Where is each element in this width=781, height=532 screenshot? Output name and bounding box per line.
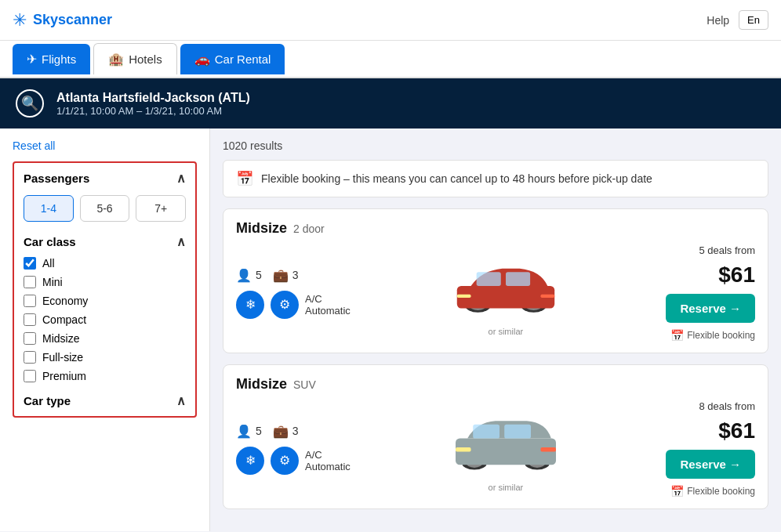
car-type-filter-header[interactable]: Car type ∧ — [24, 393, 186, 408]
car-class-mini-checkbox[interactable] — [24, 276, 36, 288]
car-class-midsize[interactable]: Midsize — [24, 332, 186, 345]
car-image-area-0: or similar — [443, 251, 568, 336]
car-icon: 🚗 — [194, 52, 210, 67]
car-type-label: Car type — [24, 394, 71, 407]
car-class-all[interactable]: All — [24, 257, 186, 270]
ac-icon-0: ❄ — [236, 291, 264, 319]
car-class-fullsize[interactable]: Full-size — [24, 351, 186, 364]
car-title-0: Midsize 2 door — [236, 220, 325, 237]
search-bar: 🔍 Atlanta Hartsfield-Jackson (ATL) 1/1/2… — [0, 78, 781, 128]
car-class-premium-checkbox[interactable] — [24, 370, 36, 382]
price-0: $61 — [718, 262, 755, 288]
car-subtype-1: SUV — [293, 378, 316, 391]
svg-rect-13 — [456, 438, 556, 465]
bag-icon-1: 💼 — [273, 424, 289, 439]
flex-tag-icon-0: 📅 — [670, 329, 684, 342]
reserve-button-0[interactable]: Reserve → — [666, 294, 755, 323]
car-image-area-1: or similar — [443, 407, 568, 492]
car-class-mini[interactable]: Mini — [24, 276, 186, 288]
feature-row-1: 👤 5 💼 3 — [236, 424, 351, 439]
hotels-icon: 🏨 — [108, 52, 124, 67]
passenger-btn-7plus[interactable]: 7+ — [136, 195, 186, 222]
ac-label-1: A/C — [305, 449, 351, 461]
svg-rect-14 — [473, 424, 499, 438]
car-class-premium[interactable]: Premium — [24, 370, 186, 382]
svg-rect-16 — [456, 447, 471, 451]
flex-tag-icon-1: 📅 — [670, 485, 684, 498]
flexible-booking-text: Flexible booking – this means you can ca… — [261, 172, 652, 185]
car-class-economy-checkbox[interactable] — [24, 295, 36, 307]
top-nav: ✳ Skyscanner Help En — [0, 0, 781, 41]
logo-text: Skyscanner — [33, 12, 112, 28]
car-class-label: Car class — [24, 235, 76, 248]
car-subtype-0: 2 door — [293, 223, 325, 235]
amenity-row-0: ❄ ⚙ A/C Automatic — [236, 291, 351, 319]
reset-all-link[interactable]: Reset all — [13, 139, 197, 152]
car-card-1: Midsize SUV 👤 5 💼 3 — [223, 364, 768, 509]
car-class-all-checkbox[interactable] — [24, 257, 36, 270]
passengers-buttons: 1-4 5-6 7+ — [24, 195, 186, 222]
card-top-0: Midsize 2 door — [236, 220, 755, 237]
tab-hotels-label: Hotels — [129, 52, 162, 66]
car-class-premium-label: Premium — [42, 370, 86, 382]
filter-section: Passengers ∧ 1-4 5-6 7+ Car class ∧ All — [13, 161, 197, 418]
or-similar-1: or similar — [443, 483, 568, 492]
flexible-tag-label-0: Flexible booking — [687, 330, 755, 341]
car-class-chevron-icon: ∧ — [176, 234, 186, 249]
car-class-compact[interactable]: Compact — [24, 313, 186, 326]
card-body-1: 👤 5 💼 3 ❄ ⚙ A/C Automatic — [236, 400, 755, 498]
car-type-name-0: Midsize — [236, 220, 287, 237]
passengers-filter-header[interactable]: Passengers ∧ — [24, 171, 186, 186]
results-area: 1020 results 📅 Flexible booking – this m… — [210, 128, 781, 531]
passengers-feature-1: 👤 5 — [236, 424, 262, 439]
car-class-fullsize-checkbox[interactable] — [24, 351, 36, 364]
language-button[interactable]: En — [739, 10, 768, 30]
logo-area: ✳ Skyscanner — [13, 10, 112, 31]
svg-rect-4 — [457, 286, 554, 308]
top-nav-right: Help En — [707, 10, 768, 30]
tab-bar: ✈ Flights 🏨 Hotels 🚗 Car Rental — [0, 41, 781, 78]
search-button[interactable]: 🔍 — [16, 89, 44, 118]
car-title-1: Midsize SUV — [236, 376, 316, 393]
flexible-booking-icon: 📅 — [236, 170, 253, 187]
car-card-0: Midsize 2 door 👤 5 💼 3 — [223, 208, 768, 353]
car-type-name-1: Midsize — [236, 376, 287, 393]
tab-car-rental[interactable]: 🚗 Car Rental — [180, 44, 285, 74]
flexible-tag-label-1: Flexible booking — [687, 486, 755, 497]
transmission-icon-1: ⚙ — [271, 447, 299, 475]
price-1: $61 — [718, 418, 755, 443]
car-class-compact-checkbox[interactable] — [24, 313, 36, 326]
tab-hotels[interactable]: 🏨 Hotels — [93, 43, 177, 74]
passenger-btn-5-6[interactable]: 5-6 — [80, 195, 130, 222]
reserve-button-1[interactable]: Reserve → — [666, 450, 755, 479]
car-type-chevron-icon: ∧ — [176, 393, 186, 408]
bag-icon-0: 💼 — [273, 268, 289, 283]
bags-feature-0: 💼 3 — [273, 268, 299, 283]
ac-icon-1: ❄ — [236, 447, 264, 475]
bags-count-1: 3 — [292, 425, 299, 437]
car-image-1 — [443, 407, 568, 477]
flexible-tag-1: 📅 Flexible booking — [670, 485, 755, 498]
sidebar: Reset all Passengers ∧ 1-4 5-6 7+ Car cl… — [0, 128, 210, 531]
transmission-icon-0: ⚙ — [271, 291, 299, 319]
svg-rect-5 — [477, 272, 501, 286]
deals-text-0: 5 deals from — [699, 244, 755, 256]
svg-rect-15 — [504, 424, 531, 438]
car-class-filter-header[interactable]: Car class ∧ — [24, 234, 186, 249]
passenger-btn-1-4[interactable]: 1-4 — [24, 195, 74, 222]
help-link[interactable]: Help — [707, 14, 729, 27]
car-class-midsize-checkbox[interactable] — [24, 332, 36, 345]
tab-car-rental-label: Car Rental — [215, 52, 271, 66]
passengers-feature-0: 👤 5 — [236, 268, 262, 283]
search-dates: 1/1/21, 10:00 AM – 1/3/21, 10:00 AM — [56, 105, 250, 117]
person-icon-0: 👤 — [236, 268, 252, 283]
transmission-label-0: Automatic — [305, 305, 351, 317]
svg-rect-7 — [457, 294, 471, 297]
car-class-midsize-label: Midsize — [42, 332, 79, 345]
card-body-0: 👤 5 💼 3 ❄ ⚙ A/C Automatic — [236, 244, 755, 342]
amenity-text-0: A/C Automatic — [305, 293, 351, 317]
car-class-list: All Mini Economy Compact Midsize — [24, 257, 186, 382]
car-class-economy[interactable]: Economy — [24, 295, 186, 307]
person-icon-1: 👤 — [236, 424, 252, 439]
tab-flights[interactable]: ✈ Flights — [13, 44, 90, 74]
